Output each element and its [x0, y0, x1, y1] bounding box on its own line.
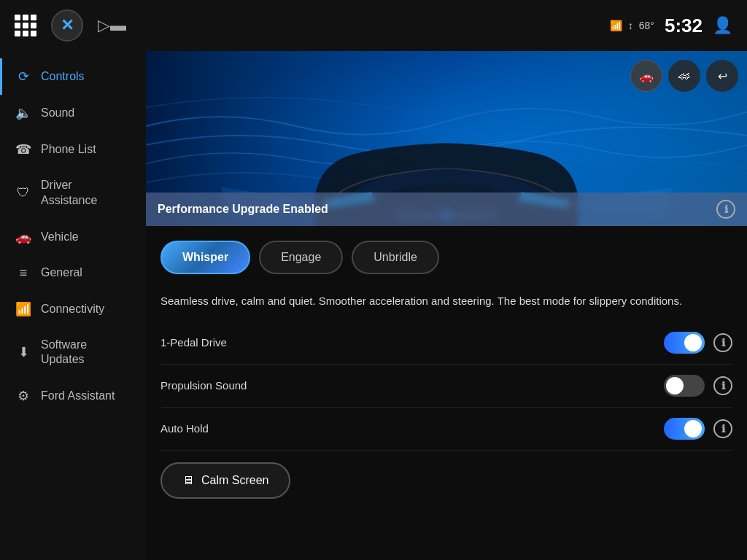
main-content: ⟳ Controls 🔈 Sound ☎ Phone List 🛡 Driver… [0, 51, 747, 560]
sidebar-label-connectivity: Connectivity [41, 303, 104, 316]
drive-modes: Whisper Engage Unbridle [146, 226, 747, 281]
top-bar: ✕ ▷▬ 📶 ↕ 68° 5:32 👤 [0, 0, 747, 51]
performance-text: Performance Upgrade Enabled [158, 203, 328, 216]
settings-section: 1-Pedal Drive ℹ Propulsion Sound [146, 322, 747, 451]
sidebar-item-phone[interactable]: ☎ Phone List [0, 131, 146, 168]
auto-hold-info[interactable]: ℹ [713, 419, 732, 438]
sidebar-label-vehicle: Vehicle [41, 230, 79, 244]
propulsion-sound-toggle[interactable] [664, 375, 705, 397]
cell-icon: ↕ [628, 20, 633, 31]
auto-hold-label: Auto Hold [160, 422, 209, 435]
time-display: 5:32 [665, 15, 703, 37]
setting-row-auto-hold: Auto Hold ℹ [160, 408, 732, 451]
one-pedal-knob [684, 334, 702, 351]
general-icon: ≡ [15, 265, 32, 281]
sidebar-item-general[interactable]: ≡ General [0, 255, 146, 291]
mode-description: Seamless drive, calm and quiet. Smoother… [146, 281, 747, 322]
one-pedal-controls: ℹ [664, 332, 732, 354]
sidebar-label-sound: Sound [41, 106, 74, 120]
side-view-button[interactable]: 🏎 [668, 60, 700, 92]
car-image-area: 🚗 🏎 ↩ Performance Upgrade Enabled ℹ [146, 51, 747, 226]
wifi-icon: 📶 [610, 20, 622, 31]
sidebar-item-ford-assistant[interactable]: ⚙ Ford Assistant [0, 378, 146, 414]
car-view-buttons: 🚗 🏎 ↩ [630, 60, 738, 92]
setting-row-propulsion-sound: Propulsion Sound ℹ [160, 365, 732, 408]
rear-view-button[interactable]: ↩ [706, 60, 738, 92]
auto-hold-toggle[interactable] [664, 418, 705, 440]
mode-buttons: Whisper Engage Unbridle [160, 241, 732, 274]
sidebar-item-vehicle[interactable]: 🚗 Vehicle [0, 219, 146, 255]
auto-hold-controls: ℹ [664, 418, 732, 440]
sidebar: ⟳ Controls 🔈 Sound ☎ Phone List 🛡 Driver… [0, 51, 146, 560]
propulsion-sound-label: Propulsion Sound [160, 379, 247, 392]
setting-row-one-pedal: 1-Pedal Drive ℹ [160, 322, 732, 365]
top-bar-right: 📶 ↕ 68° 5:32 👤 [610, 15, 732, 37]
whisper-mode-button[interactable]: Whisper [160, 241, 250, 274]
connectivity-icon: 📶 [15, 301, 32, 317]
status-icons: 📶 ↕ 68° [610, 20, 654, 31]
sidebar-label-ford-assistant: Ford Assistant [41, 389, 115, 402]
close-button[interactable]: ✕ [51, 9, 83, 42]
performance-banner: Performance Upgrade Enabled ℹ [146, 192, 747, 226]
one-pedal-toggle[interactable] [664, 332, 705, 354]
sidebar-item-driver-assistance[interactable]: 🛡 DriverAssistance [0, 168, 146, 219]
sound-icon: 🔈 [15, 105, 32, 121]
media-icon: ▷▬ [98, 16, 126, 35]
grid-menu-button[interactable] [15, 15, 36, 36]
right-panel: 🚗 🏎 ↩ Performance Upgrade Enabled ℹ Whis… [146, 51, 747, 560]
sidebar-label-general: General [41, 266, 82, 279]
sidebar-label-phone: Phone List [41, 143, 96, 156]
propulsion-sound-info[interactable]: ℹ [713, 376, 732, 395]
performance-info-button[interactable]: ℹ [716, 200, 735, 219]
propulsion-sound-controls: ℹ [664, 375, 732, 397]
sidebar-item-sound[interactable]: 🔈 Sound [0, 95, 146, 131]
sidebar-item-controls[interactable]: ⟳ Controls [0, 58, 146, 95]
calm-screen-label: Calm Screen [201, 474, 268, 487]
controls-icon: ⟳ [15, 69, 32, 85]
one-pedal-info[interactable]: ℹ [713, 333, 732, 352]
calm-screen-icon: 🖥 [182, 474, 194, 487]
auto-hold-knob [684, 420, 702, 438]
phone-icon: ☎ [15, 141, 32, 158]
sidebar-label-driver-assistance: DriverAssistance [41, 178, 97, 209]
driver-assistance-icon: 🛡 [15, 185, 32, 201]
unbridle-mode-button[interactable]: Unbridle [352, 241, 439, 274]
software-updates-icon: ⬇ [15, 344, 32, 360]
front-view-button[interactable]: 🚗 [630, 60, 662, 92]
propulsion-sound-knob [666, 377, 684, 394]
engage-mode-button[interactable]: Engage [259, 241, 343, 274]
sidebar-item-software-updates[interactable]: ⬇ SoftwareUpdates [0, 327, 146, 378]
vehicle-icon: 🚗 [15, 229, 32, 245]
top-bar-left: ✕ ▷▬ [15, 9, 126, 42]
sidebar-item-connectivity[interactable]: 📶 Connectivity [0, 291, 146, 327]
sidebar-label-software-updates: SoftwareUpdates [41, 338, 87, 368]
user-icon[interactable]: 👤 [713, 16, 732, 35]
sidebar-label-controls: Controls [41, 70, 85, 83]
ford-assistant-icon: ⚙ [15, 388, 32, 404]
temperature-display: 68° [639, 20, 654, 31]
calm-screen-button[interactable]: 🖥 Calm Screen [160, 462, 290, 499]
one-pedal-label: 1-Pedal Drive [160, 336, 227, 349]
